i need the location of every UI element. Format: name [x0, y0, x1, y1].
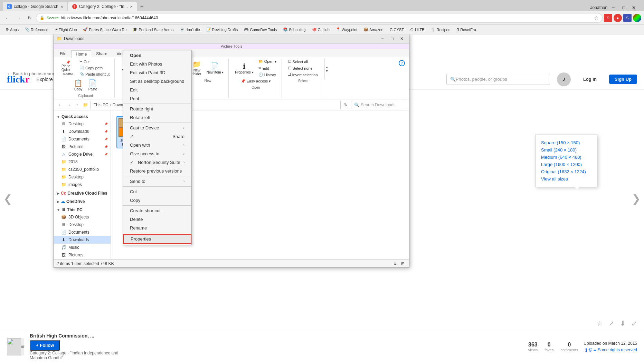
- edit-ribbon-button[interactable]: ✏ Edit: [256, 65, 279, 71]
- share-icon[interactable]: ↗: [608, 319, 614, 327]
- easy-access-button[interactable]: 📌 Easy access ▾: [239, 78, 273, 84]
- select-all-button[interactable]: ☑ Select all: [286, 59, 320, 65]
- bookmark-amazon[interactable]: 📦Amazon: [361, 27, 386, 32]
- tab2-close[interactable]: ✕: [130, 5, 133, 9]
- copy-path-button[interactable]: 📄 Copy path: [77, 65, 112, 71]
- properties-button[interactable]: ℹ Properties ▾: [233, 61, 255, 76]
- sidebar-images[interactable]: 📁 images: [54, 181, 111, 188]
- extension-icon-1[interactable]: S: [604, 14, 612, 22]
- path-back-button[interactable]: ←: [57, 101, 64, 109]
- invert-selection-button[interactable]: ⇄ Invert selection: [286, 72, 320, 78]
- sidebar-pictures-pinned[interactable]: 🖼 Pictures 📌: [54, 143, 111, 150]
- cm-edit-photos[interactable]: Edit with Photos: [123, 60, 191, 68]
- size-small[interactable]: Small (240 × 180): [541, 146, 591, 154]
- follow-button[interactable]: + Follow: [30, 340, 60, 351]
- user-avatar[interactable]: J: [557, 72, 571, 86]
- sidebar-music[interactable]: 🎵 Music: [54, 244, 111, 251]
- close-button[interactable]: ✕: [629, 4, 638, 11]
- next-photo-button[interactable]: ❯: [632, 192, 641, 204]
- bookmark-flightclub[interactable]: ✈Flight Club: [52, 27, 80, 32]
- cm-rotate-right[interactable]: Rotate right: [123, 105, 191, 113]
- ribbon-tab-file[interactable]: File: [55, 50, 71, 57]
- size-large[interactable]: Large (1600 × 1200): [541, 161, 591, 168]
- creative-cloud-header[interactable]: ▶ Cc Creative Cloud Files: [54, 190, 111, 197]
- bookmark-resetera[interactable]: RResetEra: [454, 27, 479, 32]
- new-item-button[interactable]: 📄 New item ▾: [205, 61, 226, 76]
- open-button[interactable]: 📂 Open ▾: [256, 59, 279, 65]
- cm-create-shortcut[interactable]: Create shortcut: [123, 206, 191, 215]
- refresh-path-button[interactable]: ↻: [342, 101, 350, 109]
- sidebar-googledrive-pinned[interactable]: △ Google Drive 📌: [54, 150, 111, 158]
- cm-give-access[interactable]: Give access to ›: [123, 149, 191, 158]
- paste-shortcut-button[interactable]: 📎 Paste shortcut: [77, 71, 112, 77]
- quick-access-header[interactable]: ▼ Quick access: [54, 113, 111, 120]
- prev-photo-button[interactable]: ❮: [3, 192, 12, 204]
- cm-cast-to-device[interactable]: Cast to Device ›: [123, 124, 191, 132]
- cm-restore-prev[interactable]: Restore previous versions: [123, 167, 191, 175]
- new-tab-button[interactable]: +: [138, 2, 146, 11]
- cm-print[interactable]: Print: [123, 94, 191, 103]
- pin-to-quick-access-button[interactable]: 📌 Pin to Quick access: [59, 59, 77, 77]
- sidebar-2018[interactable]: 📁 2018: [54, 158, 111, 166]
- sidebar-desktop-pc[interactable]: 🖥 Desktop: [54, 221, 111, 228]
- view-all-sizes[interactable]: View all sizes: [541, 175, 591, 183]
- cm-open[interactable]: Open: [123, 51, 191, 60]
- sidebar-3d-objects[interactable]: 📦 3D Objects: [54, 213, 111, 221]
- cut-button[interactable]: ✂ Cut: [77, 59, 112, 65]
- path-forward-button[interactable]: →: [65, 101, 73, 109]
- bookmark-gamedev[interactable]: 🎮GameDev Tools: [241, 27, 280, 32]
- sidebar-cs2350[interactable]: 📁 cs2350_portfolio: [54, 166, 111, 173]
- star-icon[interactable]: ☆: [594, 15, 599, 21]
- bookmark-hltb[interactable]: ⏱HLTB: [407, 27, 427, 32]
- cm-send-to[interactable]: Send to ›: [123, 177, 191, 186]
- bookmark-waypoint[interactable]: 📍Waypoint: [333, 27, 360, 32]
- forward-button[interactable]: →: [14, 13, 23, 23]
- new-folder-button[interactable]: 📁 New folder: [190, 59, 204, 77]
- bookmark-recipes[interactable]: 🍴Recipes: [428, 27, 453, 32]
- cm-rename[interactable]: Rename: [123, 224, 191, 232]
- size-medium[interactable]: Medium (640 × 480): [541, 154, 591, 161]
- paste-button[interactable]: 📄 Paste: [86, 78, 100, 92]
- maximize-button[interactable]: □: [619, 4, 628, 11]
- bookmark-portland[interactable]: 🎓Portland State Aeros: [130, 27, 176, 32]
- help-icon[interactable]: ?: [399, 60, 405, 66]
- cm-properties[interactable]: Properties: [123, 234, 191, 244]
- flickr-search-box[interactable]: 🔍 Photos, people, or groups: [446, 74, 550, 85]
- cm-edit[interactable]: Edit: [123, 86, 191, 94]
- signup-button[interactable]: Sign Up: [609, 75, 637, 84]
- cm-delete[interactable]: Delete: [123, 215, 191, 224]
- onedrive-header[interactable]: ▶ ☁ OneDrive: [54, 198, 111, 205]
- minimize-button[interactable]: −: [609, 4, 618, 11]
- history-button[interactable]: 🕐 History: [256, 72, 279, 78]
- bookmark-reference[interactable]: 📎Reference: [22, 27, 51, 32]
- sidebar-documents-pinned[interactable]: 📄 Documents 📌: [54, 135, 111, 143]
- this-pc-header[interactable]: ▼ 🖥 This PC: [54, 206, 111, 213]
- large-icons-view-button[interactable]: ⊞: [399, 261, 406, 267]
- details-view-button[interactable]: ≡: [392, 261, 399, 267]
- sidebar-documents-pc[interactable]: 📄 Documents: [54, 228, 111, 236]
- sidebar-desktop-pinned[interactable]: 🖥 Desktop 📌: [54, 120, 111, 128]
- sidebar-downloads-pinned[interactable]: ⬇ Downloads 📌: [54, 128, 111, 135]
- copy-button[interactable]: 📋 Copy: [72, 78, 85, 92]
- sidebar-downloads-pc[interactable]: ⬇ Downloads: [54, 236, 111, 244]
- win-maximize-button[interactable]: □: [388, 35, 397, 42]
- cm-cut[interactable]: Cut: [123, 187, 191, 196]
- bookmark-gyst[interactable]: GGYST: [387, 27, 407, 32]
- bookmark-dontdie[interactable]: 💀don't die: [177, 27, 202, 32]
- bookmark-pares[interactable]: 🚀Pares Space Warp Re: [80, 27, 129, 32]
- extension-icon-4[interactable]: [633, 14, 641, 22]
- refresh-button[interactable]: ↻: [25, 13, 35, 23]
- extension-icon-2[interactable]: ●: [614, 14, 622, 22]
- favorite-icon[interactable]: ☆: [597, 319, 603, 327]
- download-icon[interactable]: ⬇: [620, 319, 626, 327]
- size-original[interactable]: Original (1632 × 1224): [541, 168, 591, 175]
- sidebar-pictures-pc[interactable]: 🖼 Pictures: [54, 251, 111, 259]
- cm-norton[interactable]: ✓ Norton Security Suite ›: [123, 158, 191, 167]
- tab-2[interactable]: f Category 2: Collage - "In... ✕: [68, 2, 137, 11]
- tab1-close[interactable]: ✕: [60, 5, 63, 9]
- tab-1[interactable]: G collage - Google Search ✕: [3, 2, 67, 11]
- search-box[interactable]: 🔍 Search Downloads: [351, 101, 406, 109]
- cm-edit-paint3d[interactable]: Edit with Paint 3D: [123, 68, 191, 77]
- win-minimize-button[interactable]: −: [378, 35, 387, 42]
- cm-rotate-left[interactable]: Rotate left: [123, 113, 191, 122]
